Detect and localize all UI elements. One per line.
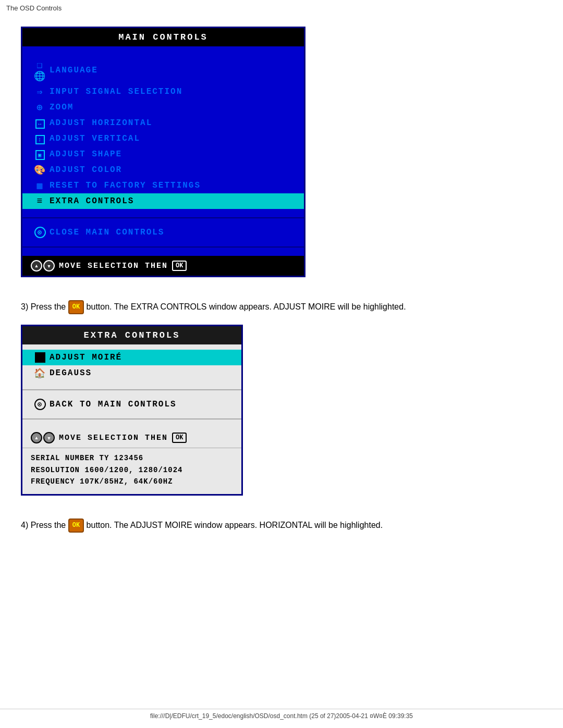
spacer2 [22,209,304,214]
menu-item-shape[interactable]: ▣ ADJUST SHAPE [22,146,304,162]
menu-item-horizontal[interactable]: ↔ ADJUST HORIZONTAL [22,115,304,131]
input-label: INPUT SIGNAL SELECTION [50,87,182,96]
horizontal-icon: ↔ [31,118,50,129]
resolution-info: RESOLUTION 1600/1200, 1280/1024 [31,464,233,476]
shape-icon: ▣ [31,149,50,160]
separator2 [22,246,304,248]
ok-button-inline2: OK [68,519,84,533]
footer-text: file:///D|/EDFU/crt_19_5/edoc/english/OS… [150,712,413,720]
degauss-icon: 🏠 [31,367,50,379]
moire-icon [31,352,50,363]
nav-up-icon [31,260,42,272]
extra-info: SERIAL NUMBER TY 123456 RESOLUTION 1600/… [22,448,241,493]
input-icon: ⇒ [31,86,50,97]
back-icon [31,399,50,410]
menu-item-color[interactable]: 🎨 ADJUST COLOR [22,162,304,178]
menu-item-moire[interactable]: ADJUST MOIRÉ [22,350,241,365]
separator3 [22,389,241,390]
nav-text2: MOVE SELECTION THEN [59,434,168,442]
extra-controls-menu: EXTRA CONTROLS ADJUST MOIRÉ 🏠 DEGAUSS BA… [21,325,243,495]
back-label: BACK TO MAIN CONTROLS [50,400,177,409]
separator1 [22,217,304,218]
menu-item-degauss[interactable]: 🏠 DEGAUSS [22,365,241,381]
language-icon: ❑🌐 [31,59,50,82]
page-footer: file:///D|/EDFU/crt_19_5/edoc/english/OS… [0,709,563,723]
color-label: ADJUST COLOR [50,165,122,175]
paragraph2: 4) Press the OK button. The ADJUST MOIRE… [21,519,542,533]
menu-item-reset[interactable]: ▦ RESET TO FACTORY SETTINGS [22,178,304,193]
reset-icon: ▦ [31,180,50,191]
nav-down-icon [43,260,55,272]
nav-icons [31,260,55,272]
vertical-icon: ↕ [31,133,50,144]
frequency-info: FREQUENCY 107K/85HZ, 64K/60HZ [31,476,233,487]
back-section: BACK TO MAIN CONTROLS [22,393,241,415]
main-menu-bottom-bar: MOVE SELECTION THEN OK [22,256,304,276]
paragraph1: 3) Press the OK button. The EXTRA CONTRO… [21,300,542,314]
nav-text: MOVE SELECTION THEN [59,262,168,270]
para1-suffix: button. The EXTRA CONTROLS window appear… [87,302,406,311]
language-label: LANGUAGE [50,66,98,75]
extra-menu-body: ADJUST MOIRÉ 🏠 DEGAUSS BACK TO MAIN CONT… [22,344,241,428]
menu-item-language[interactable]: ❑🌐 LANGUAGE [22,57,304,84]
para1-prefix: 3) Press the [21,302,66,311]
serial-info: SERIAL NUMBER TY 123456 [31,452,233,464]
nav-icons2 [31,432,55,443]
close-label: CLOSE MAIN CONTROLS [50,228,164,237]
shape-label: ADJUST SHAPE [50,150,122,159]
vertical-label: ADJUST VERTICAL [50,134,140,143]
extra-menu-bottom-bar: MOVE SELECTION THEN OK [22,428,241,448]
spacer3 [22,381,241,386]
menu-item-input[interactable]: ⇒ INPUT SIGNAL SELECTION [22,84,304,100]
ok-icon2: OK [172,433,187,443]
nav-down-icon2 [43,432,55,443]
color-icon: 🎨 [31,164,50,176]
ok-button-inline1: OK [68,300,84,314]
ok-icon: OK [172,261,187,271]
para2-suffix: button. The ADJUST MOIRE window appears.… [87,521,383,529]
nav-up-icon2 [31,432,42,443]
zoom-icon: ⊕ [31,102,50,113]
degauss-label: DEGAUSS [50,368,92,378]
menu-item-zoom[interactable]: ⊕ ZOOM [22,100,304,115]
header-title: The OSD Controls [6,4,62,12]
page-header: The OSD Controls [0,0,563,16]
spacer [22,52,304,57]
main-menu-title: MAIN CONTROLS [22,28,304,46]
main-content: MAIN CONTROLS ❑🌐 LANGUAGE ⇒ INPUT SIGNAL… [0,16,563,553]
main-menu-body: ❑🌐 LANGUAGE ⇒ INPUT SIGNAL SELECTION ⊕ Z… [22,46,304,256]
menu-item-vertical[interactable]: ↕ ADJUST VERTICAL [22,131,304,146]
back-item[interactable]: BACK TO MAIN CONTROLS [22,397,241,412]
close-item[interactable]: CLOSE MAIN CONTROLS [22,225,304,240]
zoom-label: ZOOM [50,103,74,112]
extra-menu-title: EXTRA CONTROLS [22,326,241,344]
main-controls-menu: MAIN CONTROLS ❑🌐 LANGUAGE ⇒ INPUT SIGNAL… [21,27,305,277]
reset-label: RESET TO FACTORY SETTINGS [50,181,201,190]
menu-item-extra[interactable]: ≡ EXTRA CONTROLS [22,193,304,209]
close-section: CLOSE MAIN CONTROLS [22,221,304,243]
separator4 [22,418,241,419]
close-icon [31,227,50,238]
moire-label: ADJUST MOIRÉ [50,353,122,362]
extra-label: EXTRA CONTROLS [50,196,134,206]
para2-prefix: 4) Press the [21,521,66,529]
extra-icon: ≡ [31,196,50,206]
horizontal-label: ADJUST HORIZONTAL [50,118,152,128]
